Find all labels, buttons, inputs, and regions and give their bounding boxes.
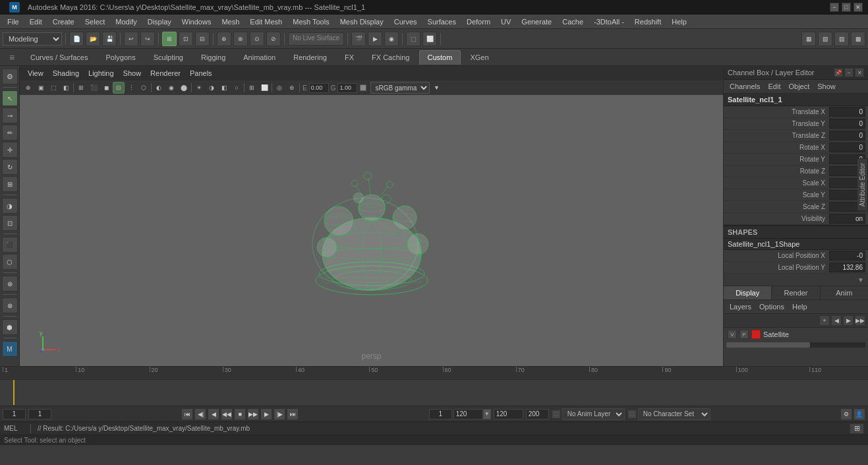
snap-to-point-btn[interactable]: ⊙	[250, 32, 264, 46]
layer-playback-btn[interactable]: P	[739, 330, 749, 339]
menu-edit[interactable]: Edit	[25, 16, 47, 27]
menu-curves[interactable]: Curves	[390, 16, 422, 27]
menu-modify[interactable]: Modify	[111, 16, 141, 27]
tab-custom[interactable]: Custom	[419, 50, 461, 65]
vp-points-btn[interactable]: ⋮	[125, 82, 137, 94]
cb-close-btn[interactable]: ✕	[855, 68, 864, 77]
layer-visibility-btn[interactable]: V	[728, 330, 737, 339]
play-fwd-btn[interactable]: ▶▶	[247, 408, 259, 420]
select-by-hierarchy-btn[interactable]: ⊞	[162, 32, 177, 46]
tab-fx-caching[interactable]: FX Caching	[363, 50, 418, 65]
channel-visibility[interactable]: Visibility on	[724, 213, 868, 225]
vp-clipping-btn[interactable]: ▼	[430, 82, 442, 94]
menu-generate[interactable]: Generate	[517, 16, 556, 27]
cb-menu-edit[interactable]: Edit	[765, 82, 784, 91]
render-btn[interactable]: ▶	[368, 32, 382, 46]
display-comp-btn[interactable]: ⬡	[2, 254, 18, 270]
cb-menu-object[interactable]: Object	[785, 82, 813, 91]
range-end-input[interactable]	[453, 409, 483, 419]
vp-gate-mask-btn[interactable]: ◧	[60, 82, 72, 94]
open-btn[interactable]: 📂	[86, 32, 100, 46]
channel-translate-z[interactable]: Translate Z 0	[724, 130, 868, 142]
attribute-editor-tab[interactable]: Attribute Editor	[857, 158, 868, 211]
channel-translate-y[interactable]: Translate Y 0	[724, 118, 868, 130]
channel-value-lpx[interactable]: -0	[829, 251, 865, 261]
cb-menu-channels[interactable]: Channels	[726, 82, 763, 91]
move-tool-btn[interactable]: ✛	[2, 142, 18, 158]
tab-xgen[interactable]: XGen	[461, 50, 497, 65]
tab-rendering[interactable]: Rendering	[285, 50, 335, 65]
cb-minimize-btn[interactable]: −	[844, 68, 854, 77]
menu-cache[interactable]: Cache	[558, 16, 588, 27]
vp-film-gate-btn[interactable]: ▣	[35, 82, 47, 94]
minimize-button[interactable]: −	[830, 3, 839, 12]
menu-redshift[interactable]: Redshift	[630, 16, 666, 27]
layers-menu-options[interactable]: Options	[756, 302, 788, 311]
paint-effects-btn[interactable]: ⊗	[2, 297, 18, 313]
step-fwd-btn[interactable]: ▶	[260, 408, 272, 420]
channel-rotate-y[interactable]: Rotate Y 0	[724, 154, 868, 166]
vp-in-view-msg-btn[interactable]: ⊛	[286, 82, 298, 94]
viewport-canvas[interactable]: persp x y z	[20, 95, 723, 366]
paint-select-btn[interactable]: ✏	[2, 125, 18, 140]
prev-key-btn[interactable]: ◀|	[194, 408, 206, 420]
vp-bounding-box-btn[interactable]: ⬡	[138, 82, 150, 94]
vp-menu-lighting[interactable]: Lighting	[84, 68, 118, 78]
tab-render[interactable]: Render	[772, 286, 820, 299]
rotate-tool-btn[interactable]: ↻	[2, 159, 18, 175]
workspace-dropdown[interactable]: Modeling	[3, 32, 62, 46]
channel-scale-x[interactable]: Scale X 1	[724, 177, 868, 189]
vp-show-grid-btn[interactable]: ⊞	[246, 82, 258, 94]
vp-menu-view[interactable]: View	[24, 68, 47, 78]
toggle-tool-settings-btn[interactable]: ▩	[851, 32, 865, 46]
select-by-object-btn[interactable]: ⊡	[179, 32, 193, 46]
cb-pin-btn[interactable]: 📌	[834, 68, 843, 77]
scale-tool-btn[interactable]: ⊞	[2, 176, 18, 192]
layers-nav-new[interactable]: +	[819, 315, 830, 326]
vp-lighting-btn[interactable]: ☀	[193, 82, 205, 94]
redo-btn[interactable]: ↪	[140, 32, 155, 46]
vp-color-swatch-btn[interactable]	[358, 82, 370, 94]
next-key-btn[interactable]: |▶	[274, 408, 285, 420]
live-surface-btn[interactable]: No Live Surface	[288, 32, 344, 46]
maximize-button[interactable]: □	[842, 3, 851, 12]
menu-deform[interactable]: Deform	[462, 16, 495, 27]
goto-start-btn[interactable]: ⏮	[181, 408, 193, 420]
channel-value-tx[interactable]: 0	[829, 107, 865, 117]
layers-nav-prev[interactable]: ◀	[831, 315, 842, 326]
layers-nav-last[interactable]: ▶▶	[855, 315, 865, 326]
color-space-select[interactable]: sRGB gamma	[370, 82, 430, 94]
menu-surfaces[interactable]: Surfaces	[423, 16, 461, 27]
tab-curves-surfaces[interactable]: Curves / Surfaces	[22, 50, 96, 65]
display-obj-btn[interactable]: ⬛	[2, 237, 18, 253]
gear-btn[interactable]: ⚙	[2, 69, 18, 84]
max-frame-input[interactable]	[526, 409, 549, 419]
tab-animation[interactable]: Animation	[235, 50, 284, 65]
menu-create[interactable]: Create	[48, 16, 79, 27]
tab-anim[interactable]: Anim	[821, 286, 868, 299]
vp-smooth-shade-btn[interactable]: ⬛	[88, 82, 100, 94]
toggle-panels-btn[interactable]: ▧	[818, 32, 832, 46]
show-manip-btn[interactable]: ⊡	[2, 215, 18, 231]
menu-display[interactable]: Display	[143, 16, 176, 27]
vp-menu-renderer[interactable]: Renderer	[146, 68, 185, 78]
anim-layer-btn[interactable]: ⬜	[422, 32, 437, 46]
anim-layer-dropdown[interactable]: No Anim Layer	[562, 408, 625, 420]
timeline-track[interactable]	[0, 380, 868, 405]
lasso-tool-btn[interactable]: ⊸	[2, 108, 18, 123]
channel-translate-x[interactable]: Translate X 0	[724, 106, 868, 118]
layers-scrollbar[interactable]	[726, 342, 865, 348]
layers-menu-layers[interactable]: Layers	[726, 302, 755, 311]
char-set-dropdown[interactable]: No Character Set	[638, 408, 710, 420]
vp-shadows-btn[interactable]: ◧	[218, 82, 230, 94]
display-layer-btn[interactable]: ⬚	[406, 32, 420, 46]
channel-local-pos-x[interactable]: Local Position X -0	[724, 250, 868, 262]
show-ui-elements-btn[interactable]: ▦	[801, 32, 816, 46]
end-frame-input[interactable]	[494, 409, 523, 419]
vp-ao-btn[interactable]: ○	[231, 82, 243, 94]
channel-value-lpy[interactable]: 132.86	[829, 263, 865, 272]
tab-rigging[interactable]: Rigging	[192, 50, 234, 65]
vp-menu-show[interactable]: Show	[119, 68, 146, 78]
char-set-prefs-btn[interactable]: 👤	[854, 408, 865, 420]
ipr-btn[interactable]: ◉	[384, 32, 399, 46]
